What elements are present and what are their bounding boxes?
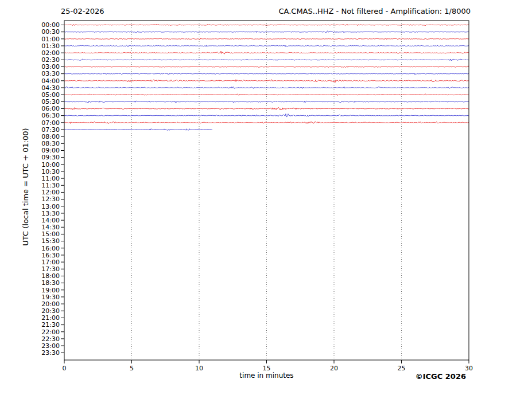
seismic-trace-02:00 (64, 51, 469, 54)
y-tick-label: 10:00 (41, 161, 60, 169)
y-tick-label: 09:00 (41, 147, 60, 154)
y-tick-label: 23:00 (41, 342, 60, 350)
y-tick-label: 22:00 (41, 328, 60, 336)
seismic-trace-07:30 (64, 129, 212, 131)
seismic-trace-04:00 (64, 80, 469, 83)
y-tick-label: 00:00 (41, 21, 60, 29)
y-tick-label: 18:00 (41, 272, 60, 280)
seismic-trace-02:30 (64, 59, 469, 61)
x-axis-title: time in minutes (64, 371, 469, 380)
y-tick-label: 19:30 (41, 294, 60, 301)
y-tick-label: 04:00 (41, 77, 60, 85)
y-tick-label: 12:30 (41, 195, 60, 203)
y-tick-label: 09:30 (41, 154, 60, 161)
y-tick-label: 17:30 (41, 265, 60, 273)
y-tick-label: 21:30 (41, 321, 60, 328)
y-tick-label: 13:00 (41, 203, 60, 210)
y-tick-label: 15:30 (41, 237, 60, 245)
y-tick-label: 23:30 (41, 349, 60, 357)
y-tick-label: 05:00 (41, 91, 60, 99)
y-tick-label: 14:00 (41, 217, 60, 224)
y-tick-label: 16:00 (41, 245, 60, 252)
y-tick-label: 07:30 (41, 126, 60, 134)
helicorder-plot: 00:0000:3001:0001:3002:0002:3003:0003:30… (0, 0, 532, 399)
y-tick-label: 17:00 (41, 259, 60, 266)
y-tick-label: 12:00 (41, 189, 60, 196)
y-tick-label: 02:00 (41, 49, 60, 57)
y-tick-label: 18:30 (41, 279, 60, 287)
y-tick-label: 20:30 (41, 307, 60, 315)
seismic-trace-03:30 (64, 73, 469, 75)
y-tick-label: 01:30 (41, 42, 60, 50)
y-tick-label: 05:30 (41, 98, 60, 105)
seismic-trace-06:30 (64, 114, 469, 117)
y-tick-label: 07:00 (41, 119, 60, 127)
y-tick-label: 11:30 (41, 182, 60, 189)
y-tick-label: 03:00 (41, 63, 60, 71)
y-tick-label: 19:00 (41, 287, 60, 294)
y-tick-label: 15:00 (41, 230, 60, 238)
y-tick-label: 04:30 (41, 84, 60, 92)
y-tick-label: 00:30 (41, 28, 60, 36)
seismic-trace-04:30 (64, 87, 469, 88)
y-tick-label: 11:00 (41, 175, 60, 182)
y-tick-label: 08:30 (41, 140, 60, 147)
y-tick-label: 08:00 (41, 133, 60, 140)
y-tick-label: 06:30 (41, 112, 60, 119)
y-tick-label: 13:30 (41, 210, 60, 217)
y-tick-label: 03:30 (41, 70, 60, 77)
y-tick-label: 20:00 (41, 300, 60, 308)
copyright-label: ©ICGC 2026 (415, 372, 466, 381)
y-tick-label: 01:00 (41, 36, 60, 43)
y-tick-label: 16:30 (41, 252, 60, 259)
y-tick-label: 22:30 (41, 335, 60, 343)
seismogram-figure: 25-02-2026 CA.CMAS..HHZ - Not filtered -… (0, 0, 532, 399)
y-tick-label: 06:00 (41, 105, 60, 112)
y-tick-label: 21:00 (41, 314, 60, 322)
y-tick-label: 10:30 (41, 168, 60, 175)
y-tick-label: 14:30 (41, 224, 60, 231)
y-tick-label: 02:30 (41, 56, 60, 64)
